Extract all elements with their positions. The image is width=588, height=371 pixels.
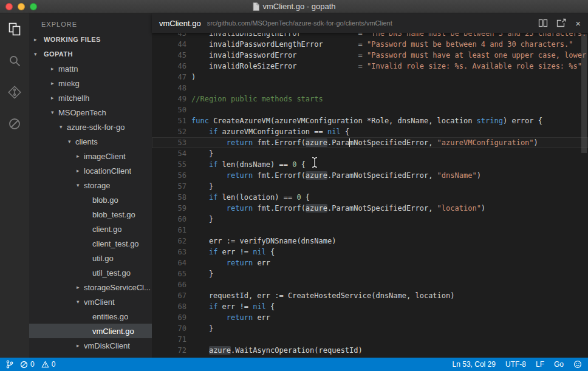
code-line-72[interactable]: 72 azure.WaitAsyncOperation(requestId) bbox=[152, 345, 588, 356]
tree-item-entities.go[interactable]: entities.go bbox=[29, 309, 152, 324]
open-preview-icon[interactable] bbox=[556, 18, 567, 28]
chevron-collapsed-icon[interactable]: ▸ bbox=[51, 95, 58, 101]
code-line-54[interactable]: 54 } bbox=[152, 148, 588, 159]
section-working-files[interactable]: ▸ WORKING FILES bbox=[29, 32, 152, 47]
code-editor[interactable]: 43 invalidDnsLengthError = "The DNS name… bbox=[152, 33, 588, 358]
error-count[interactable]: 0 bbox=[20, 360, 35, 369]
tree-item-clients[interactable]: ▾clients bbox=[29, 134, 152, 149]
tree-item-label: mitchellh bbox=[58, 94, 89, 103]
code-line-58[interactable]: 58 if len(location) == 0 { bbox=[152, 192, 588, 203]
line-text: } bbox=[191, 214, 213, 225]
line-number: 51 bbox=[152, 115, 186, 126]
tree-item-client.go[interactable]: client.go bbox=[29, 222, 152, 236]
code-line-70[interactable]: 70 } bbox=[152, 323, 588, 334]
tree-item-MSOpenTech[interactable]: ▾MSOpenTech bbox=[29, 105, 152, 120]
line-text: azure.WaitAsyncOperation(requestId) bbox=[191, 345, 363, 356]
code-line-56[interactable]: 56 return fmt.Errorf(azure.ParamNotSpeci… bbox=[152, 170, 588, 181]
code-line-45[interactable]: 45 invalidPasswordError = "Password must… bbox=[152, 50, 588, 61]
code-line-67[interactable]: 67 requestId, err := CreateHostedService… bbox=[152, 290, 588, 301]
section-label: GOPATH bbox=[44, 50, 73, 58]
fullscreen-window-button[interactable] bbox=[30, 3, 37, 10]
tree-item-azure-sdk-for-go[interactable]: ▾azure-sdk-for-go bbox=[29, 120, 152, 134]
tree-item-label: client.go bbox=[92, 225, 121, 234]
tree-item-storage[interactable]: ▾storage bbox=[29, 178, 152, 192]
tree-item-locationClient[interactable]: ▸locationClient bbox=[29, 163, 152, 178]
chevron-expanded-icon[interactable]: ▾ bbox=[77, 182, 84, 188]
code-line-59[interactable]: 59 return fmt.Errorf(azure.ParamNotSpeci… bbox=[152, 203, 588, 214]
code-line-48[interactable]: 48 bbox=[152, 83, 588, 94]
chevron-expanded-icon[interactable]: ▾ bbox=[60, 124, 67, 130]
chevron-collapsed-icon[interactable]: ▸ bbox=[77, 168, 84, 174]
code-line-43[interactable]: 43 invalidDnsLengthError = "The DNS name… bbox=[152, 33, 588, 39]
tree-item-imageClient[interactable]: ▸imageClient bbox=[29, 149, 152, 163]
chevron-collapsed-icon[interactable]: ▸ bbox=[77, 284, 84, 290]
tree-item-mattn[interactable]: ▸mattn bbox=[29, 61, 152, 76]
code-line-64[interactable]: 64 return err bbox=[152, 257, 588, 268]
warning-count[interactable]: 0 bbox=[41, 360, 56, 369]
code-line-68[interactable]: 68 if err != nil { bbox=[152, 301, 588, 312]
tree-item-blob_test.go[interactable]: blob_test.go bbox=[29, 207, 152, 222]
code-line-55[interactable]: 55 if len(dnsName) == 0 { bbox=[152, 159, 588, 170]
code-line-69[interactable]: 69 return err bbox=[152, 312, 588, 323]
close-window-button[interactable] bbox=[5, 3, 13, 10]
chevron-collapsed-icon[interactable]: ▸ bbox=[68, 357, 75, 358]
code-line-53[interactable]: 53 return fmt.Errorf(azure.ParamNotSpeci… bbox=[152, 137, 588, 148]
code-line-65[interactable]: 65 } bbox=[152, 268, 588, 279]
error-count-value: 0 bbox=[30, 360, 35, 369]
tree-item-label: storage bbox=[84, 181, 110, 190]
file-tree: ▸mattn▸miekg▸mitchellh▾MSOpenTech▾azure-… bbox=[29, 61, 152, 358]
line-number: 65 bbox=[152, 268, 186, 279]
code-line-44[interactable]: 44 invalidPasswordLengthError = "Passwor… bbox=[152, 39, 588, 50]
tree-item-core[interactable]: ▸core bbox=[29, 353, 152, 358]
code-line-57[interactable]: 57 } bbox=[152, 181, 588, 192]
encoding-indicator[interactable]: UTF-8 bbox=[505, 360, 526, 369]
section-gopath[interactable]: ▾ GOPATH bbox=[29, 47, 152, 61]
tree-item-miekg[interactable]: ▸miekg bbox=[29, 76, 152, 90]
debug-icon[interactable] bbox=[0, 108, 29, 140]
code-line-49[interactable]: 49//Region public methods starts bbox=[152, 94, 588, 104]
explorer-icon[interactable] bbox=[0, 13, 29, 45]
tree-item-blob.go[interactable]: blob.go bbox=[29, 192, 152, 207]
tree-item-storageServiceCl...[interactable]: ▸storageServiceCl... bbox=[29, 280, 152, 294]
chevron-collapsed-icon[interactable]: ▸ bbox=[51, 66, 58, 72]
minimize-window-button[interactable] bbox=[18, 3, 25, 10]
code-line-62[interactable]: 62 err := verifyDNSname(dnsName) bbox=[152, 236, 588, 247]
split-editor-icon[interactable] bbox=[538, 18, 548, 28]
chevron-collapsed-icon[interactable]: ▸ bbox=[51, 80, 58, 86]
code-line-46[interactable]: 46 invalidRoleSizeError = "Invalid role … bbox=[152, 61, 588, 72]
tree-item-util_test.go[interactable]: util_test.go bbox=[29, 265, 152, 280]
code-line-61[interactable]: 61 bbox=[152, 225, 588, 236]
cursor-position[interactable]: Ln 53, Col 29 bbox=[453, 360, 496, 369]
close-editor-icon[interactable]: × bbox=[575, 19, 581, 28]
search-icon[interactable] bbox=[0, 45, 29, 77]
code-line-51[interactable]: 51func CreateAzureVM(azureVMConfiguratio… bbox=[152, 115, 588, 126]
chevron-expanded-icon[interactable]: ▾ bbox=[51, 109, 58, 115]
code-line-71[interactable]: 71 bbox=[152, 334, 588, 345]
tree-item-vmDiskClient[interactable]: ▸vmDiskClient bbox=[29, 338, 152, 353]
tree-item-vmClient.go[interactable]: vmClient.go bbox=[29, 324, 152, 338]
git-branch-icon[interactable] bbox=[6, 360, 13, 369]
chevron-collapsed-icon[interactable]: ▸ bbox=[77, 153, 84, 159]
vertical-scrollbar[interactable] bbox=[581, 34, 587, 153]
chevron-expanded-icon[interactable]: ▾ bbox=[77, 299, 84, 305]
code-line-50[interactable]: 50 bbox=[152, 104, 588, 115]
tree-item-util.go[interactable]: util.go bbox=[29, 251, 152, 265]
code-line-63[interactable]: 63 if err != nil { bbox=[152, 247, 588, 257]
chevron-expanded-icon[interactable]: ▾ bbox=[68, 138, 75, 145]
tree-item-mitchellh[interactable]: ▸mitchellh bbox=[29, 90, 152, 105]
code-line-47[interactable]: 47) bbox=[152, 72, 588, 83]
editor-group: vmClient.go src/github.com/MSOpenTech/az… bbox=[152, 13, 588, 358]
code-line-60[interactable]: 60 } bbox=[152, 214, 588, 225]
line-number: 71 bbox=[152, 334, 186, 345]
tree-item-vmClient[interactable]: ▾vmClient bbox=[29, 294, 152, 309]
language-mode[interactable]: Go bbox=[554, 360, 564, 369]
code-line-66[interactable]: 66 bbox=[152, 279, 588, 290]
vscode-window: vmClient.go - gopath bbox=[0, 0, 588, 371]
line-text: //Region public methods starts bbox=[191, 94, 323, 104]
feedback-smiley-icon[interactable] bbox=[573, 360, 582, 369]
code-line-52[interactable]: 52 if azureVMConfiguration == nil { bbox=[152, 126, 588, 137]
chevron-collapsed-icon[interactable]: ▸ bbox=[77, 342, 84, 349]
eol-indicator[interactable]: LF bbox=[536, 360, 544, 369]
tree-item-client_test.go[interactable]: client_test.go bbox=[29, 236, 152, 251]
git-icon[interactable] bbox=[0, 77, 29, 108]
